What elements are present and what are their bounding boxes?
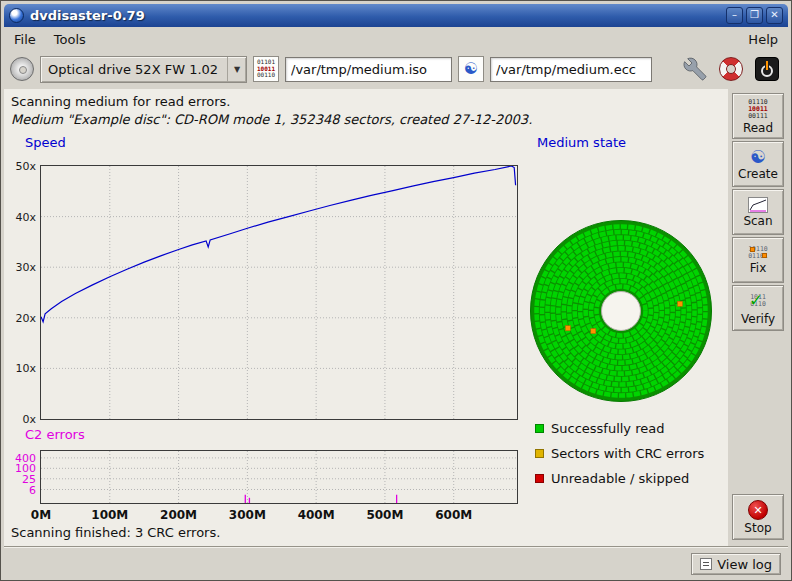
log-icon (700, 558, 712, 570)
scan-result-text: Scanning finished: 3 CRC errors. (11, 525, 220, 540)
window: dvdisaster-0.79 – ❐ ✕ File Tools Help Op… (0, 0, 792, 581)
drive-combobox-value: Optical drive 52X FW 1.02 (41, 62, 227, 77)
speed-y-tick-label: 10x (6, 362, 36, 375)
menu-tools[interactable]: Tools (45, 31, 95, 48)
wrench-icon (683, 57, 707, 81)
ecc-file-icon: ☯ (458, 56, 484, 82)
x-tick-label: 0M (11, 508, 71, 522)
close-button[interactable]: ✕ (766, 7, 783, 24)
drive-cd-icon (10, 57, 34, 81)
main-content: Scanning medium for read errors. Medium … (4, 89, 730, 546)
power-icon (755, 57, 779, 81)
lifebelt-icon (719, 57, 743, 81)
quit-button[interactable] (752, 54, 782, 84)
stop-icon (748, 500, 768, 520)
help-button[interactable] (716, 54, 746, 84)
verify-button[interactable]: 10110110 ✓ Verify (732, 285, 784, 331)
status-line-1: Scanning medium for read errors. (11, 94, 230, 109)
status-line-2: Medium "Example disc": CD-ROM mode 1, 35… (11, 112, 532, 127)
drive-combobox[interactable]: Optical drive 52X FW 1.02 ▼ (40, 56, 247, 83)
speed-y-tick-label: 20x (6, 312, 36, 325)
speed-y-tick-label: 40x (6, 211, 36, 224)
legend-color-swatch (535, 424, 544, 433)
toolbar: Optical drive 52X FW 1.02 ▼ 011011001100… (5, 50, 787, 88)
c2-chart-title: C2 errors (25, 427, 85, 442)
menubar: File Tools Help (5, 29, 787, 49)
view-log-button[interactable]: View log (691, 553, 781, 575)
checkmark-icon: ✓ (749, 290, 763, 310)
c2-y-tick-label: 6 (6, 484, 36, 497)
maximize-button[interactable]: ❐ (746, 7, 763, 24)
medium-state-title: Medium state (537, 135, 626, 150)
statusbar: View log (4, 546, 788, 577)
x-tick-label: 200M (149, 508, 209, 522)
speed-y-tick-label: 50x (6, 160, 36, 173)
speed-y-tick-label: 0x (6, 413, 36, 426)
scan-chart-icon (748, 197, 768, 213)
speed-chart-title: Speed (25, 135, 66, 150)
medium-state-disc (528, 218, 714, 404)
legend-item-unreadable: Unreadable / skipped (535, 471, 689, 486)
x-tick-label: 100M (80, 508, 140, 522)
chevron-down-icon: ▼ (227, 57, 246, 82)
legend-color-swatch (535, 449, 544, 458)
scan-button[interactable]: Scan (732, 189, 784, 235)
dvdisaster-logo-icon (9, 8, 24, 23)
legend-color-swatch (535, 474, 544, 483)
action-sidebar: 011101001100111 Read ☯ Create Scan 10110… (728, 89, 788, 546)
stop-button[interactable]: Stop (732, 494, 784, 540)
fix-button[interactable]: 1011001101 Fix (732, 237, 784, 283)
speed-y-tick-label: 30x (6, 261, 36, 274)
binary-icon: 011101001100111 (748, 99, 768, 120)
minimize-button[interactable]: – (726, 7, 743, 24)
x-tick-label: 500M (355, 508, 415, 522)
window-title: dvdisaster-0.79 (30, 8, 145, 23)
create-button[interactable]: ☯ Create (732, 141, 784, 187)
titlebar: dvdisaster-0.79 – ❐ ✕ (4, 4, 788, 27)
x-tick-label: 400M (286, 508, 346, 522)
x-tick-label: 300M (217, 508, 277, 522)
read-button[interactable]: 011101001100111 Read (732, 93, 784, 139)
menu-file[interactable]: File (5, 31, 45, 48)
iso-file-icon: 011011001100110 (253, 56, 279, 82)
fix-icon: 1011001101 (748, 246, 768, 260)
legend-item-success: Successfully read (535, 421, 664, 436)
legend-item-crc: Sectors with CRC errors (535, 446, 704, 461)
iso-path-input[interactable] (285, 57, 452, 82)
yin-yang-icon: ☯ (750, 148, 766, 166)
c2-errors-chart (40, 450, 518, 504)
speed-chart (40, 165, 518, 420)
preferences-button[interactable] (680, 54, 710, 84)
menu-help[interactable]: Help (739, 31, 787, 48)
verify-icon: 10110110 ✓ (745, 291, 771, 311)
x-tick-label: 600M (424, 508, 484, 522)
ecc-path-input[interactable] (490, 57, 652, 82)
